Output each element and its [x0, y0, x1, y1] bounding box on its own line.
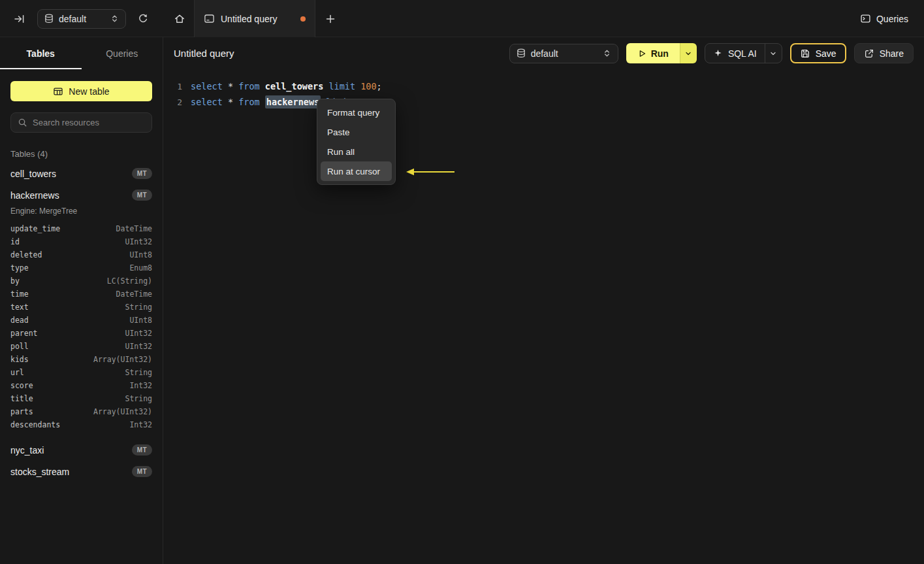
sidebar-tab-queries[interactable]: Queries — [82, 37, 163, 69]
column-row[interactable]: typeEnum8 — [10, 261, 152, 274]
column-row[interactable]: descendantsInt32 — [10, 418, 152, 431]
table-name: nyc_taxi — [10, 445, 44, 456]
column-type: Int32 — [129, 420, 152, 429]
column-type: String — [125, 394, 152, 403]
share-button[interactable]: Share — [854, 43, 914, 63]
column-name: update_time — [10, 224, 60, 233]
code-line[interactable]: 1select * from cell_towers limit 100; — [173, 78, 924, 94]
column-name: descendants — [10, 420, 60, 429]
column-type: String — [125, 368, 152, 377]
database-selector-value: default — [59, 14, 86, 24]
sql-ai-dropdown[interactable] — [765, 44, 782, 63]
table-row[interactable]: nyc_taxiMT — [0, 439, 163, 461]
column-type: UInt32 — [125, 237, 152, 246]
code-token: ; — [377, 81, 382, 91]
engine-badge: MT — [132, 466, 152, 477]
annotation-arrow — [404, 167, 456, 177]
chevron-down-icon — [769, 50, 777, 58]
table-name: cell_towers — [10, 169, 56, 179]
context-menu-item[interactable]: Paste — [321, 122, 392, 142]
column-type: UInt8 — [129, 250, 152, 259]
main-panel: Untitled query default Run — [163, 37, 924, 564]
table-row[interactable]: stocks_streamMT — [0, 461, 163, 482]
column-row[interactable]: timeDateTime — [10, 288, 152, 301]
table-name: stocks_stream — [10, 467, 69, 477]
tables-list: cell_towersMThackernewsMTEngine: MergeTr… — [0, 163, 163, 482]
queries-panel-label: Queries — [876, 14, 908, 24]
editor-database-selector[interactable]: default — [509, 44, 618, 63]
refresh-button[interactable] — [133, 10, 151, 28]
column-row[interactable]: byLC(String) — [10, 274, 152, 288]
column-row[interactable]: idUInt32 — [10, 235, 152, 248]
new-table-label: New table — [69, 86, 109, 97]
context-menu: Format queryPasteRun allRun at cursor — [317, 99, 396, 185]
column-name: deleted — [10, 250, 42, 259]
column-row[interactable]: parentUInt32 — [10, 327, 152, 340]
sql-editor[interactable]: 1select * from cell_towers limit 100;2se… — [163, 69, 924, 110]
tables-section-label: Tables (4) — [10, 149, 152, 159]
new-table-button[interactable]: New table — [10, 81, 152, 101]
column-type: Int32 — [129, 381, 152, 390]
column-name: by — [10, 276, 20, 286]
share-button-label: Share — [880, 48, 904, 59]
run-button[interactable]: Run — [626, 43, 680, 63]
column-name: url — [10, 368, 24, 377]
column-type: Enum8 — [129, 263, 152, 273]
database-icon — [517, 48, 526, 58]
sidebar: Tables Queries New table Tables (4) cell… — [0, 37, 163, 564]
line-number: 1 — [173, 82, 182, 91]
topbar: default Untitled query — [0, 0, 924, 37]
topbar-database-selector[interactable]: default — [37, 9, 126, 29]
context-menu-item[interactable]: Run at cursor — [321, 161, 392, 181]
query-tab[interactable]: Untitled query — [194, 0, 315, 37]
column-name: text — [10, 303, 29, 312]
column-row[interactable]: urlString — [10, 366, 152, 379]
column-row[interactable]: textString — [10, 301, 152, 314]
column-row[interactable]: update_timeDateTime — [10, 222, 152, 235]
up-down-chevron-icon — [110, 14, 119, 24]
column-name: parts — [10, 407, 33, 416]
table-columns: update_timeDateTimeidUInt32deletedUInt8t… — [0, 221, 163, 439]
query-tab-icon — [204, 13, 215, 24]
search-box — [10, 112, 152, 133]
up-down-chevron-icon — [603, 48, 611, 58]
new-tab-button[interactable] — [321, 10, 340, 28]
sidebar-expand-icon — [14, 13, 25, 25]
sql-ai-button-group: SQL AI — [705, 43, 782, 63]
column-row[interactable]: deletedUInt8 — [10, 248, 152, 261]
sidebar-tab-tables[interactable]: Tables — [0, 37, 82, 69]
column-name: id — [10, 237, 20, 246]
column-row[interactable]: partsArray(UInt32) — [10, 405, 152, 418]
save-button[interactable]: Save — [790, 43, 846, 63]
run-options-dropdown[interactable] — [680, 43, 697, 63]
column-name: kids — [10, 355, 29, 364]
context-menu-item[interactable]: Format query — [321, 103, 392, 122]
column-row[interactable]: deadUInt8 — [10, 314, 152, 327]
code-token — [260, 81, 265, 91]
table-row[interactable]: hackernewsMT — [0, 184, 163, 206]
column-name: dead — [10, 316, 29, 325]
code-token — [233, 81, 238, 91]
sql-ai-icon — [713, 48, 723, 58]
context-menu-item[interactable]: Run all — [321, 142, 392, 161]
column-type: UInt32 — [125, 342, 152, 351]
queries-panel-button[interactable]: Queries — [860, 13, 908, 24]
table-name: hackernews — [10, 190, 59, 201]
column-row[interactable]: pollUInt32 — [10, 340, 152, 353]
column-type: LC(String) — [107, 276, 152, 286]
column-name: score — [10, 381, 33, 390]
table-row[interactable]: cell_towersMT — [0, 163, 163, 184]
run-button-group: Run — [626, 43, 697, 63]
chevron-down-icon — [684, 50, 692, 58]
code-token: from — [238, 81, 260, 91]
search-input[interactable] — [33, 118, 145, 127]
home-button[interactable] — [170, 10, 189, 28]
column-row[interactable]: kidsArray(UInt32) — [10, 353, 152, 366]
column-row[interactable]: scoreInt32 — [10, 379, 152, 392]
sidebar-expand-button[interactable] — [10, 10, 29, 28]
sql-ai-button[interactable]: SQL AI — [705, 44, 765, 63]
code-token — [223, 97, 228, 107]
code-line[interactable]: 2select * from hackernews limit 1000 — [173, 94, 924, 110]
sidebar-tab-queries-label: Queries — [106, 48, 138, 59]
column-row[interactable]: titleString — [10, 392, 152, 405]
